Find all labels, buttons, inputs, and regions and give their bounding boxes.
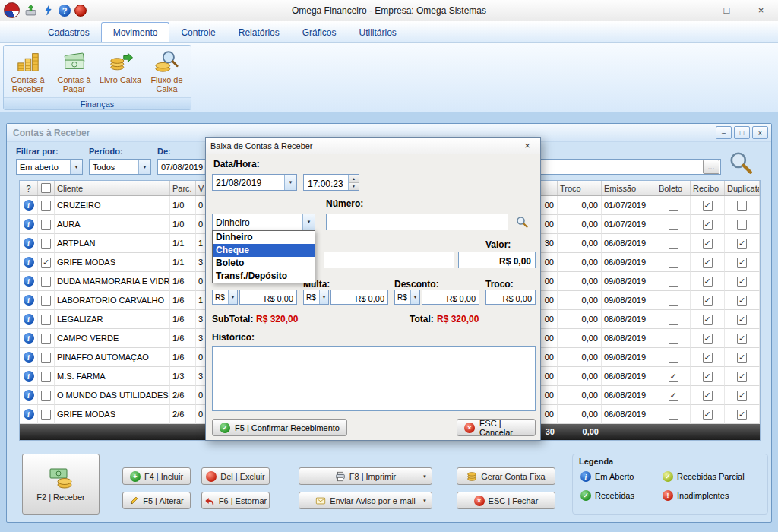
duplicata-checkbox[interactable]: ✓	[737, 277, 747, 287]
boleto-checkbox[interactable]	[669, 277, 678, 287]
row-select-checkbox[interactable]	[41, 220, 51, 230]
minimize-button[interactable]: –	[675, 0, 710, 21]
ribbon-item-fluxo-caixa[interactable]: Fluxo de Caixa	[144, 47, 189, 96]
row-select-checkbox[interactable]: ✓	[41, 258, 51, 268]
date-select[interactable]: 21/08/2019 ▼	[212, 174, 297, 191]
row-select-checkbox[interactable]	[41, 334, 51, 344]
child-close-button[interactable]: ×	[752, 126, 768, 139]
periodo-select[interactable]: Todos ▼	[89, 159, 151, 175]
boleto-checkbox[interactable]	[669, 315, 678, 325]
numero-input[interactable]	[326, 214, 508, 230]
excluir-button[interactable]: – Del | Excluir	[201, 467, 270, 485]
multa-currency-select[interactable]: R$ ▼	[303, 290, 329, 305]
select-all-checkbox[interactable]	[41, 183, 51, 193]
boleto-checkbox[interactable]: ✓	[669, 372, 678, 382]
close-button[interactable]: ×	[744, 0, 778, 21]
col-select[interactable]	[38, 181, 55, 195]
print-button[interactable]: F8 | Imprimir ▼	[299, 467, 432, 485]
boleto-checkbox[interactable]	[669, 296, 678, 306]
dropdown-option-dinheiro[interactable]: Dinheiro	[213, 231, 315, 244]
col-cliente[interactable]: Cliente	[55, 181, 170, 195]
duplicata-checkbox[interactable]: ✓	[737, 239, 747, 249]
boleto-checkbox[interactable]	[669, 239, 678, 249]
row-select-checkbox[interactable]	[41, 239, 51, 249]
sync-icon[interactable]	[41, 4, 55, 17]
exit-icon[interactable]	[74, 5, 87, 17]
row-select-checkbox[interactable]	[41, 372, 51, 382]
tab-movimento[interactable]: Movimento	[101, 22, 170, 42]
child-maximize-button[interactable]: □	[734, 126, 750, 139]
spinner-buttons[interactable]: ▲ ▼	[348, 175, 359, 190]
recibo-checkbox[interactable]: ✓	[703, 239, 713, 249]
time-spinner[interactable]: 17:00:23 ▲ ▼	[303, 174, 359, 191]
duplicata-checkbox[interactable]: ✓	[737, 296, 747, 306]
dropdown-option-boleto[interactable]: Boleto	[213, 257, 315, 270]
boleto-checkbox[interactable]	[669, 334, 678, 344]
recibo-checkbox[interactable]: ✓	[703, 410, 713, 420]
search-icon[interactable]	[729, 150, 753, 175]
email-notice-button[interactable]: Enviar Aviso por e-mail ▼	[299, 492, 432, 509]
browse-button[interactable]: ...	[703, 160, 719, 174]
duplicata-checkbox[interactable]: ✓	[737, 410, 747, 420]
incluir-button[interactable]: + F4 | Incluir	[122, 467, 191, 485]
backup-icon[interactable]	[24, 4, 37, 17]
historico-textarea[interactable]	[212, 346, 536, 411]
tab-relatorios[interactable]: Relatórios	[227, 23, 291, 42]
recibo-checkbox[interactable]: ✓	[703, 315, 713, 325]
recibo-checkbox[interactable]: ✓	[703, 372, 713, 382]
cancel-button[interactable]: × ESC | Cancelar	[457, 419, 536, 436]
boleto-checkbox[interactable]	[669, 353, 678, 363]
col-troco[interactable]: Troco	[558, 181, 602, 195]
recibo-checkbox[interactable]: ✓	[703, 334, 713, 344]
tab-graficos[interactable]: Gráficos	[291, 23, 348, 42]
boleto-checkbox[interactable]	[669, 258, 678, 268]
deduction1-currency-select[interactable]: R$ ▼	[212, 290, 238, 305]
fechar-button[interactable]: × ESC | Fechar	[457, 492, 555, 509]
ribbon-item-livro-caixa[interactable]: Livro Caixa	[98, 47, 143, 96]
recibo-checkbox[interactable]: ✓	[703, 277, 713, 287]
recibo-checkbox[interactable]: ✓	[703, 353, 713, 363]
gerar-conta-fixa-button[interactable]: Gerar Conta Fixa	[457, 467, 555, 485]
maximize-button[interactable]: □	[710, 0, 744, 21]
row-select-checkbox[interactable]	[41, 277, 51, 287]
col-boleto[interactable]: Boleto	[656, 181, 691, 195]
lookup-search-icon[interactable]	[516, 216, 528, 228]
help-icon[interactable]: ?	[59, 5, 71, 17]
alterar-button[interactable]: F5 | Alterar	[122, 492, 191, 509]
payment-type-select[interactable]: Dinheiro ▼	[212, 214, 315, 230]
boleto-checkbox[interactable]: ✓	[669, 391, 678, 401]
col-parc[interactable]: Parc.	[170, 181, 196, 195]
estornar-button[interactable]: F6 | Estornar	[201, 492, 270, 509]
row-select-checkbox[interactable]	[41, 315, 51, 325]
col-emissao[interactable]: Emissão	[602, 181, 656, 195]
child-minimize-button[interactable]: –	[716, 126, 732, 139]
ribbon-item-contas-pagar[interactable]: Contas à Pagar	[52, 47, 96, 96]
aux-input[interactable]	[324, 252, 454, 268]
duplicata-checkbox[interactable]: ✓	[737, 334, 747, 344]
spin-up-icon[interactable]: ▲	[349, 175, 359, 183]
row-select-checkbox[interactable]	[41, 391, 51, 401]
duplicata-checkbox[interactable]: ✓	[737, 315, 747, 325]
deduction1-field[interactable]: R$ 0,00	[239, 290, 297, 305]
tab-controle[interactable]: Controle	[169, 23, 226, 42]
recibo-checkbox[interactable]: ✓	[703, 296, 713, 306]
recibo-checkbox[interactable]: ✓	[703, 258, 713, 268]
desconto-currency-select[interactable]: R$ ▼	[394, 290, 420, 305]
row-select-checkbox[interactable]	[41, 201, 51, 211]
filtrar-por-select[interactable]: Em aberto ▼	[16, 159, 83, 175]
troco-field[interactable]: R$ 0,00	[485, 290, 536, 305]
valor-field[interactable]: R$ 0,00	[458, 252, 536, 268]
col-recibo[interactable]: Recibo	[691, 181, 725, 195]
duplicata-checkbox[interactable]	[737, 201, 747, 211]
duplicata-checkbox[interactable]: ✓	[737, 391, 747, 401]
dropdown-option-transf-deposito[interactable]: Transf./Depósito	[213, 270, 315, 283]
dropdown-option-cheque[interactable]: Cheque	[213, 244, 315, 257]
row-select-checkbox[interactable]	[41, 353, 51, 363]
confirm-receipt-button[interactable]: ✓ F5 | Confirmar Recebimento	[212, 419, 347, 436]
recibo-checkbox[interactable]: ✓	[703, 220, 713, 230]
boleto-checkbox[interactable]	[669, 201, 678, 211]
duplicata-checkbox[interactable]: ✓	[737, 353, 747, 363]
duplicata-checkbox[interactable]: ✓	[737, 372, 747, 382]
row-select-checkbox[interactable]	[41, 296, 51, 306]
recibo-checkbox[interactable]: ✓	[703, 201, 713, 211]
